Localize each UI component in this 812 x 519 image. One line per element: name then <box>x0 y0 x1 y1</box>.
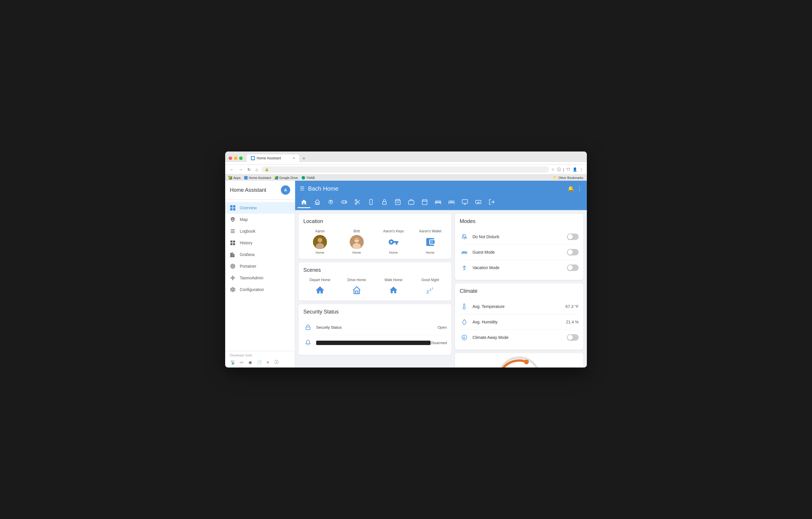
do-not-disturb-icon <box>460 232 469 241</box>
bookmark-apps[interactable]: Apps <box>229 176 241 180</box>
svg-point-68 <box>524 360 529 364</box>
britt-avatar <box>350 235 364 249</box>
nav-scissors-icon[interactable] <box>351 196 364 208</box>
nav-calendar-icon[interactable] <box>418 196 431 208</box>
nav-icons-bar <box>295 196 587 210</box>
dev-tool-wifi[interactable]: ◉ <box>247 359 253 365</box>
scene-drive-home[interactable]: Drive Home <box>340 278 373 296</box>
climate-temperature-row: Avg. Temperature 67.3 °F <box>460 299 579 315</box>
svg-rect-43 <box>462 199 468 203</box>
configuration-icon <box>230 286 236 293</box>
address-bar[interactable]: 🔒 <box>261 166 549 172</box>
bookmark-star-icon[interactable]: ☆ <box>551 167 555 172</box>
svg-rect-65 <box>463 252 464 253</box>
notifications-button[interactable]: 🔔 <box>568 185 574 192</box>
browser-action-buttons: ☆ ⓘ | 🛡 👤 ⋮ <box>551 167 583 172</box>
menu-icon[interactable]: ⋮ <box>580 167 583 172</box>
reload-button[interactable]: ↻ <box>246 167 252 172</box>
dev-tool-file[interactable]: 📄 <box>256 359 262 365</box>
other-bookmarks[interactable]: 📁 Other Bookmarks <box>553 176 583 180</box>
sidebar-item-tasmoadmin[interactable]: TasmoAdmin <box>225 272 295 284</box>
maximize-button[interactable] <box>239 157 243 160</box>
adblock-icon[interactable]: 🛡 <box>567 167 570 172</box>
nav-house-icon[interactable] <box>311 196 324 208</box>
active-tab[interactable]: Home Assistant ✕ <box>247 155 299 162</box>
nav-briefcase-icon[interactable] <box>405 196 418 208</box>
do-not-disturb-toggle[interactable] <box>567 234 579 240</box>
nav-phone-icon[interactable] <box>365 196 377 208</box>
new-tab-button[interactable]: + <box>300 155 308 162</box>
nav-keyboard-icon[interactable] <box>472 196 485 208</box>
profile-icon[interactable]: 👤 <box>573 167 577 172</box>
nav-game-icon[interactable] <box>338 196 351 208</box>
nav-bed-double-icon[interactable] <box>432 196 444 208</box>
bookmark-gdrive[interactable]: Google Drive <box>275 176 298 180</box>
thermostat-preview[interactable] <box>455 353 583 367</box>
sidebar-item-map[interactable]: Map <box>225 214 295 225</box>
minimize-button[interactable] <box>234 157 237 160</box>
svg-point-5 <box>232 218 234 220</box>
extension-icon[interactable]: | <box>563 167 564 172</box>
climate-away-label: Climate Away Mode <box>472 335 567 340</box>
tab-close-icon[interactable]: ✕ <box>293 157 295 160</box>
vacation-mode-toggle[interactable] <box>567 265 579 271</box>
sidebar-item-overview[interactable]: Overview <box>225 202 295 214</box>
nav-bed-single-icon[interactable] <box>445 196 458 208</box>
info-icon[interactable]: ⓘ <box>557 167 561 172</box>
home-button[interactable]: ⌂ <box>254 167 259 172</box>
humidity-label: Avg. Humidity <box>472 320 566 324</box>
aaron-avatar <box>313 235 327 249</box>
nav-plant-icon[interactable] <box>324 196 337 208</box>
apps-favicon <box>229 176 232 180</box>
more-options-button[interactable]: ⋮ <box>577 185 582 192</box>
svg-rect-63 <box>306 327 310 330</box>
history-label: History <box>240 241 253 245</box>
dev-tool-info[interactable]: ⓘ <box>273 359 280 365</box>
sidebar-item-history[interactable]: History <box>225 237 295 249</box>
sidebar-title: Home Assistant <box>230 187 266 193</box>
bookmark-ha[interactable]: Home Assistant <box>244 176 271 180</box>
map-icon <box>230 217 236 222</box>
back-button[interactable]: ← <box>229 167 235 172</box>
mode-guest: Guest Mode <box>460 245 579 260</box>
walk-home-label: Walk Home <box>384 278 403 282</box>
close-button[interactable] <box>229 157 232 160</box>
sidebar-item-portainer[interactable]: Portainer <box>225 261 295 272</box>
mode-vacation: Vacation Mode <box>460 260 579 275</box>
scene-good-night[interactable]: Good Night zzz <box>413 278 447 296</box>
bookmarks-bar: Apps Home Assistant Google Drive YNAB 📁 … <box>225 174 587 181</box>
nav-lock-icon[interactable] <box>378 196 391 208</box>
scene-walk-home[interactable]: Walk Home <box>377 278 410 296</box>
dev-tool-list[interactable]: ≡ <box>265 359 271 365</box>
wallet-name: Aaron's Wallet <box>419 229 442 233</box>
forward-button[interactable]: → <box>237 167 244 172</box>
sidebar-item-grafana[interactable]: Grafana <box>225 249 295 261</box>
hamburger-button[interactable]: ☰ <box>300 185 304 192</box>
dev-tool-code[interactable]: <> <box>239 359 244 365</box>
browser-addressbar: ← → ↻ ⌂ 🔒 ☆ ⓘ | 🛡 👤 ⋮ <box>225 164 587 174</box>
vacation-mode-thumb <box>568 265 573 270</box>
dev-tools-icons: 📡 <> ◉ 📄 ≡ ⓘ <box>230 359 290 365</box>
good-night-icon: zzz <box>424 284 436 296</box>
sidebar-item-logbook[interactable]: Logbook <box>225 225 295 237</box>
walk-home-icon <box>388 284 399 296</box>
scene-depart-home[interactable]: Depart Home <box>303 278 337 296</box>
nav-home-icon[interactable] <box>297 196 310 208</box>
other-bookmarks-label: Other Bookmarks <box>558 176 583 180</box>
sidebar-item-configuration[interactable]: Configuration <box>225 284 295 295</box>
depart-home-label: Depart Home <box>310 278 330 282</box>
bookmark-ynab[interactable]: YNAB <box>301 176 315 180</box>
svg-point-58 <box>353 243 361 249</box>
climate-away-toggle[interactable] <box>567 334 579 340</box>
svg-point-18 <box>232 277 234 279</box>
dev-tool-antenna[interactable]: 📡 <box>230 359 236 365</box>
main-title: Bach Home <box>308 185 564 192</box>
nav-monitor-icon[interactable] <box>459 196 471 208</box>
guest-mode-toggle[interactable] <box>567 249 579 255</box>
svg-rect-1 <box>230 205 232 208</box>
security-label-0: Security Status <box>316 325 437 330</box>
browser-tabs: Home Assistant ✕ + <box>247 155 308 162</box>
nav-exit-icon[interactable] <box>485 196 498 208</box>
nav-shopping-icon[interactable] <box>392 196 404 208</box>
avatar[interactable]: A <box>281 185 290 195</box>
